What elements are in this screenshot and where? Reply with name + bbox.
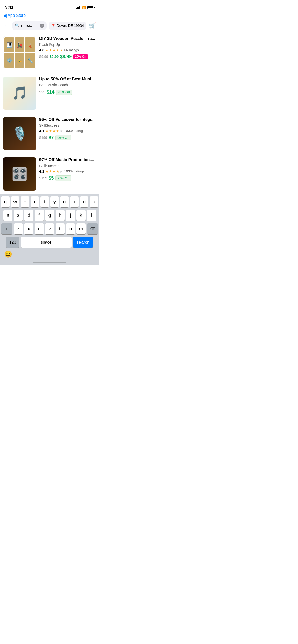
- star-4: ★: [56, 129, 59, 133]
- star-1: ★: [45, 48, 49, 52]
- emoji-button[interactable]: 😀: [4, 250, 12, 258]
- puzzle-cell-3: 🗼: [25, 37, 35, 52]
- search-bar-row: ← 🔍 music ✕ 📍 Dover, DE 19904 🛒: [0, 20, 99, 33]
- search-icon: 🔍: [15, 23, 20, 28]
- puzzle-cell-5: 🚁: [15, 53, 25, 68]
- product-title: 96% Off Voiceover for Begi...: [39, 117, 95, 122]
- key-a[interactable]: a: [3, 210, 12, 221]
- key-z[interactable]: z: [14, 223, 23, 234]
- back-button[interactable]: ←: [3, 23, 10, 29]
- signal-icon: [76, 6, 80, 9]
- music-img-inner: 🎵: [3, 77, 36, 110]
- key-n[interactable]: n: [66, 223, 75, 234]
- key-e[interactable]: e: [21, 196, 29, 207]
- sale-price: $7: [49, 135, 54, 140]
- product-image: 🎵: [3, 77, 36, 110]
- rating-number: 4.1: [39, 169, 44, 173]
- clear-search-button[interactable]: ✕: [40, 24, 44, 28]
- star-2: ★: [49, 129, 52, 133]
- key-t[interactable]: t: [40, 196, 49, 207]
- sale-price: $8.99: [60, 54, 72, 60]
- key-k[interactable]: k: [76, 210, 86, 221]
- nav-back-arrow: ◀: [3, 13, 7, 18]
- rating-count: 10337 ratings: [64, 169, 84, 173]
- keyboard-row-2: a s d f g h j k l: [1, 210, 98, 221]
- star-1: ★: [45, 129, 49, 133]
- puzzle-cell-6: 🔧: [25, 53, 35, 68]
- product-info: 97% Off Music Production.... SkillSucces…: [39, 157, 95, 181]
- price-row: $199 $7 96% Off: [39, 135, 95, 140]
- key-w[interactable]: w: [11, 196, 20, 207]
- key-f[interactable]: f: [35, 210, 44, 221]
- keyboard-row-4: 123 space search: [1, 237, 98, 248]
- key-b[interactable]: b: [56, 223, 65, 234]
- star-5: ★: [60, 129, 63, 133]
- key-o[interactable]: o: [80, 196, 89, 207]
- status-bar: 9:41 📶: [0, 0, 99, 12]
- key-i[interactable]: i: [70, 196, 79, 207]
- home-bar: [33, 262, 66, 263]
- app-store-label: App Store: [8, 13, 26, 18]
- product-item[interactable]: 🎵 Up to 50% Off at Best Musi... Best Mus…: [0, 73, 99, 113]
- puzzle-cell-2: 🚂: [15, 37, 25, 52]
- price-row: $199 $5 97% Off: [39, 175, 95, 181]
- product-seller: SkillSuccess: [39, 164, 95, 168]
- product-item[interactable]: 🎹 🚂 🗼 ⚙️ 🚁 🔧 DIY 3D Wooden Puzzle -Tra..…: [0, 33, 99, 73]
- star-3: ★: [52, 169, 56, 173]
- key-c[interactable]: c: [35, 223, 44, 234]
- numbers-key[interactable]: 123: [6, 237, 19, 248]
- search-key[interactable]: search: [73, 237, 93, 248]
- key-p[interactable]: p: [90, 196, 98, 207]
- product-image: 🎙️: [3, 117, 36, 150]
- search-input-wrapper[interactable]: 🔍 music ✕: [12, 21, 47, 30]
- star-3: ★: [52, 48, 56, 52]
- product-info: 96% Off Voiceover for Begi... SkillSucce…: [39, 117, 95, 140]
- key-s[interactable]: s: [14, 210, 23, 221]
- sale-price-secondary: $9.99: [50, 55, 59, 59]
- key-u[interactable]: u: [60, 196, 69, 207]
- key-d[interactable]: d: [24, 210, 33, 221]
- key-r[interactable]: r: [31, 196, 39, 207]
- star-1: ★: [45, 169, 49, 173]
- star-5: ★: [60, 169, 63, 173]
- location-text: Dover, DE 19904: [57, 24, 84, 28]
- rating-count: 10336 ratings: [64, 129, 84, 133]
- product-image: 🎛️: [3, 157, 36, 191]
- location-selector[interactable]: 📍 Dover, DE 19904: [49, 22, 86, 30]
- cart-button[interactable]: 🛒: [88, 22, 96, 29]
- space-key[interactable]: space: [21, 237, 72, 248]
- key-g[interactable]: g: [45, 210, 54, 221]
- product-seller: SkillSuccess: [39, 123, 95, 127]
- key-l[interactable]: l: [87, 210, 96, 221]
- key-q[interactable]: q: [1, 196, 10, 207]
- rating-row: 4.1 ★ ★ ★ ★ ★ 10336 ratings: [39, 129, 95, 133]
- shift-key[interactable]: ⇧: [1, 223, 12, 234]
- key-j[interactable]: j: [66, 210, 75, 221]
- wifi-icon: 📶: [82, 6, 86, 9]
- keyboard-row-3: ⇧ z x c v b n m ⌫: [1, 223, 98, 234]
- original-price: $199: [39, 136, 47, 140]
- star-2: ★: [49, 48, 52, 52]
- status-time: 9:41: [5, 5, 13, 10]
- discount-badge: 97% Off: [55, 175, 71, 181]
- product-list: 🎹 🚂 🗼 ⚙️ 🚁 🔧 DIY 3D Wooden Puzzle -Tra..…: [0, 33, 99, 194]
- key-m[interactable]: m: [76, 223, 86, 234]
- key-y[interactable]: y: [50, 196, 59, 207]
- key-h[interactable]: h: [56, 210, 65, 221]
- product-item[interactable]: 🎙️ 96% Off Voiceover for Begi... SkillSu…: [0, 113, 99, 154]
- price-row: $25 $14 44% Off: [39, 90, 95, 95]
- search-input-text[interactable]: music: [21, 23, 36, 28]
- price-row: $9.99 $9.99 $8.99 10% Off: [39, 54, 95, 60]
- star-5: ★: [60, 48, 63, 52]
- key-x[interactable]: x: [24, 223, 33, 234]
- backspace-key[interactable]: ⌫: [87, 223, 98, 234]
- stars: ★ ★ ★ ★ ★: [45, 48, 63, 52]
- star-2: ★: [49, 169, 52, 173]
- product-info: Up to 50% Off at Best Musi... Best Music…: [39, 77, 95, 95]
- location-pin-icon: 📍: [51, 24, 56, 28]
- product-item[interactable]: 🎛️ 97% Off Music Production.... SkillSuc…: [0, 154, 99, 194]
- keyboard: q w e r t y u i o p a s d f g h j k l ⇧ …: [0, 194, 99, 265]
- key-v[interactable]: v: [45, 223, 54, 234]
- text-cursor: [38, 24, 38, 28]
- home-indicator: [1, 260, 98, 264]
